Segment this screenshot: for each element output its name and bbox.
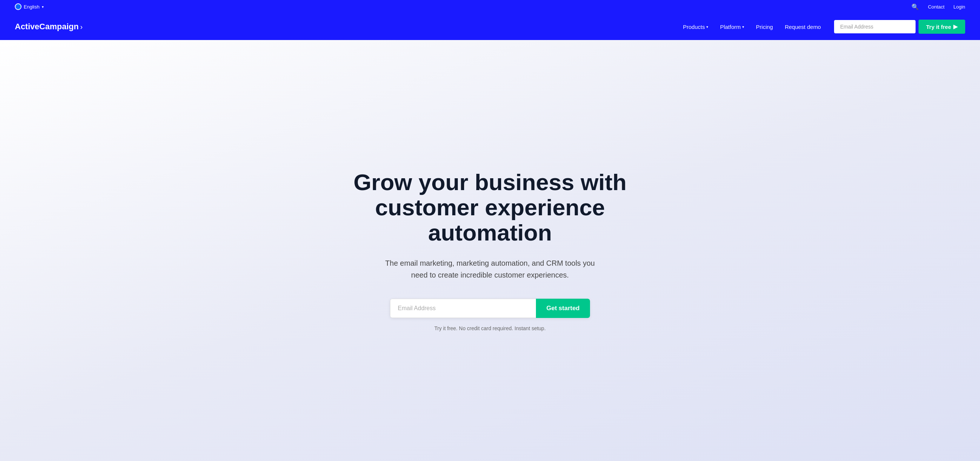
language-selector[interactable]: 🌐 English ▾ (15, 3, 44, 10)
hero-title: Grow your business with customer experie… (323, 170, 657, 246)
search-icon[interactable]: 🔍 (912, 3, 919, 10)
products-label: Products (683, 24, 705, 30)
main-nav: ActiveCampaign › Products ▾ Platform ▾ P… (0, 13, 980, 40)
pricing-nav-link[interactable]: Pricing (751, 21, 777, 33)
products-nav-link[interactable]: Products ▾ (679, 21, 713, 33)
request-demo-nav-link[interactable]: Request demo (780, 21, 826, 33)
try-free-arrow-icon: ▶ (953, 23, 958, 30)
hero-subtitle: The email marketing, marketing automatio… (383, 257, 597, 281)
try-free-button[interactable]: Try it free ▶ (918, 20, 965, 34)
nav-links: Products ▾ Platform ▾ Pricing Request de… (679, 21, 825, 33)
logo-text: ActiveCampaign (15, 22, 78, 32)
contact-link[interactable]: Contact (928, 4, 945, 10)
get-started-label: Get started (546, 305, 580, 312)
products-chevron-icon: ▾ (706, 25, 708, 29)
pricing-label: Pricing (756, 24, 773, 30)
top-bar: 🌐 English ▾ 🔍 Contact Login (0, 0, 980, 13)
logo-arrow: › (80, 22, 83, 31)
nav-email-input[interactable] (834, 20, 916, 33)
get-started-button[interactable]: Get started (536, 299, 590, 318)
request-demo-label: Request demo (785, 24, 821, 30)
platform-label: Platform (720, 24, 741, 30)
language-label: English (24, 4, 40, 10)
logo[interactable]: ActiveCampaign › (15, 22, 83, 32)
hero-email-input[interactable] (390, 299, 536, 318)
globe-icon: 🌐 (15, 3, 21, 10)
platform-chevron-icon: ▾ (742, 25, 744, 29)
try-free-label: Try it free (926, 24, 951, 30)
top-bar-right: 🔍 Contact Login (912, 3, 965, 10)
platform-nav-link[interactable]: Platform ▾ (716, 21, 749, 33)
login-link[interactable]: Login (953, 4, 965, 10)
hero-form: Get started (390, 299, 590, 318)
hero-section: Grow your business with customer experie… (0, 40, 980, 461)
chevron-down-icon: ▾ (42, 5, 44, 9)
hero-fine-print: Try it free. No credit card required. In… (434, 325, 546, 331)
